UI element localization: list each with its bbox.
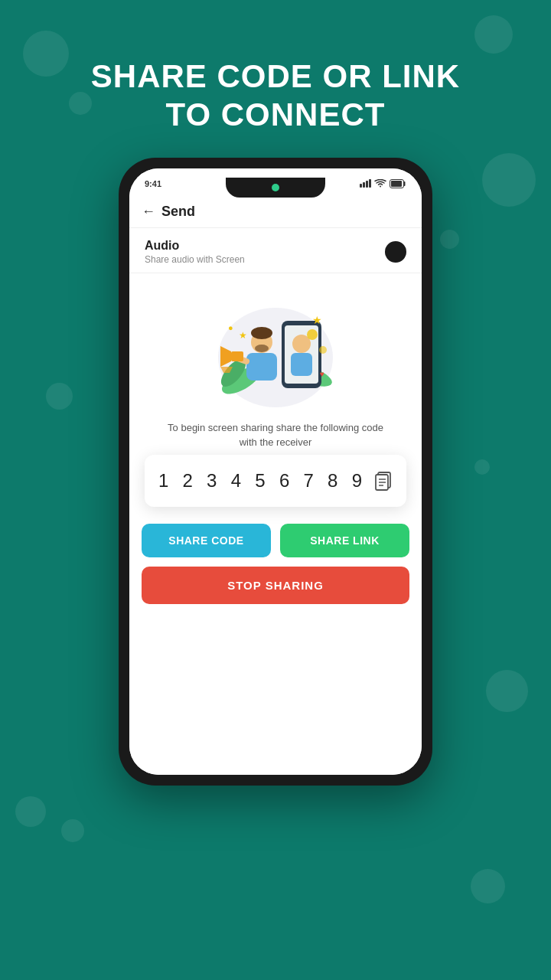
code-digit-9: 9 — [348, 470, 365, 492]
svg-point-23 — [319, 346, 327, 354]
code-box: 1 2 3 4 5 6 7 8 9 — [145, 455, 406, 507]
status-icons — [360, 179, 406, 188]
action-buttons-row: SHARE CODE SHARE LINK — [129, 514, 422, 564]
svg-point-12 — [255, 345, 269, 352]
status-time: 9:41 — [145, 179, 161, 188]
share-code-button[interactable]: SHARE CODE — [142, 524, 271, 557]
code-digit-1: 1 — [155, 470, 172, 492]
svg-point-22 — [307, 329, 318, 340]
audio-section: Audio Share audio with Screen — [129, 228, 422, 273]
illustration-area: ★ ★ ♥ ● To begin screen sharing share th… — [129, 273, 422, 514]
nav-title: Send — [161, 204, 195, 220]
top-nav: ← Send — [129, 196, 422, 228]
audio-sublabel: Share audio with Screen — [145, 254, 245, 265]
wifi-icon — [374, 179, 386, 188]
code-digit-6: 6 — [276, 470, 293, 492]
phone-screen: 9:41 — [129, 168, 422, 775]
code-digit-3: 3 — [204, 470, 220, 492]
code-digit-5: 5 — [252, 470, 269, 492]
audio-label: Audio — [145, 239, 245, 253]
svg-text:●: ● — [228, 323, 233, 332]
svg-text:♥: ♥ — [320, 370, 324, 378]
share-link-button[interactable]: SHARE LINK — [280, 524, 409, 557]
code-digits: 1 2 3 4 5 6 7 8 9 — [151, 470, 370, 492]
page-wrapper: SHARE CODE OR LINK TO CONNECT 9:41 — [0, 0, 551, 980]
copy-icon — [373, 469, 393, 492]
svg-text:★: ★ — [312, 314, 322, 326]
share-description: To begin screen sharing share the follow… — [145, 420, 406, 450]
code-digit-2: 2 — [179, 470, 196, 492]
copy-button[interactable] — [370, 467, 397, 495]
illustration-image: ★ ★ ♥ ● — [199, 289, 352, 411]
battery-icon — [390, 179, 406, 188]
svg-point-11 — [251, 327, 272, 339]
back-button[interactable]: ← — [142, 204, 155, 220]
stop-sharing-button[interactable]: STOP SHARING — [142, 567, 409, 604]
signal-icon — [360, 179, 371, 188]
code-digit-4: 4 — [227, 470, 244, 492]
camera-dot — [272, 184, 279, 191]
screen-content: Audio Share audio with Screen — [129, 228, 422, 775]
phone-mockup: 9:41 — [119, 158, 432, 786]
svg-rect-9 — [291, 353, 312, 376]
audio-toggle[interactable] — [385, 241, 406, 263]
svg-rect-1 — [391, 181, 402, 187]
code-digit-8: 8 — [324, 470, 341, 492]
audio-text: Audio Share audio with Screen — [145, 239, 245, 265]
phone-notch — [226, 178, 325, 198]
svg-rect-13 — [246, 353, 277, 381]
svg-rect-16 — [231, 351, 243, 361]
svg-text:★: ★ — [239, 330, 247, 341]
code-digit-7: 7 — [300, 470, 317, 492]
